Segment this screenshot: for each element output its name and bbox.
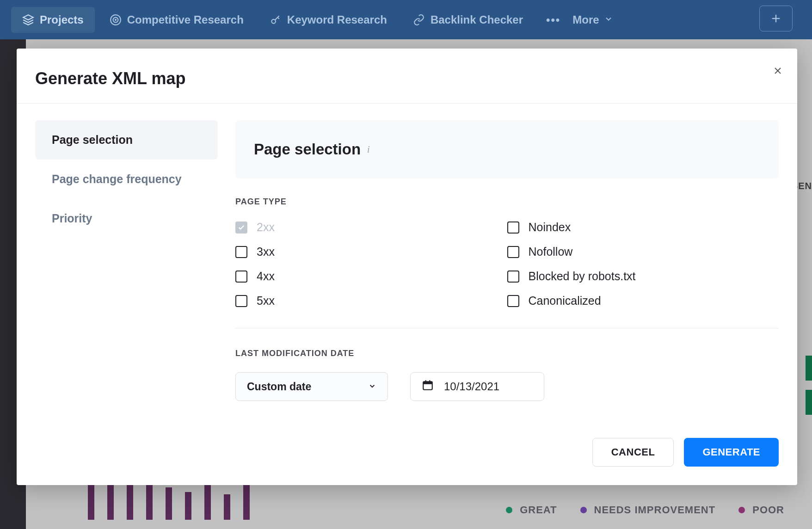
dots-icon: ••• bbox=[546, 13, 560, 26]
checkbox-icon bbox=[507, 246, 519, 258]
nav-keyword-research[interactable]: Keyword Research bbox=[258, 7, 398, 33]
svg-point-3 bbox=[115, 19, 116, 20]
tab-page-selection[interactable]: Page selection bbox=[35, 120, 218, 160]
svg-marker-0 bbox=[23, 15, 33, 20]
tab-priority[interactable]: Priority bbox=[35, 199, 218, 238]
svg-line-6 bbox=[277, 17, 279, 18]
info-icon[interactable]: i bbox=[367, 144, 370, 155]
close-icon[interactable] bbox=[769, 62, 786, 79]
date-input[interactable]: 10/13/2021 bbox=[410, 372, 544, 401]
key-icon bbox=[270, 14, 282, 26]
link-icon bbox=[413, 14, 425, 26]
generate-xml-modal: Generate XML map Page selection Page cha… bbox=[17, 49, 797, 485]
checkbox-canonicalized[interactable]: Canonicalized bbox=[507, 294, 779, 308]
checkbox-icon bbox=[235, 246, 247, 258]
nav-label: Keyword Research bbox=[287, 13, 387, 26]
tab-page-change-frequency[interactable]: Page change frequency bbox=[35, 160, 218, 199]
svg-rect-12 bbox=[423, 381, 432, 384]
side-tabs: Page selection Page change frequency Pri… bbox=[35, 120, 218, 401]
checkbox-3xx[interactable]: 3xx bbox=[235, 245, 507, 258]
cancel-button[interactable]: CANCEL bbox=[592, 438, 674, 467]
modal-title: Generate XML map bbox=[35, 69, 779, 88]
checkbox-icon bbox=[235, 295, 247, 307]
generate-button[interactable]: GENERATE bbox=[684, 438, 779, 467]
modal-header: Generate XML map bbox=[17, 49, 797, 104]
modal-footer: CANCEL GENERATE bbox=[17, 438, 797, 485]
modal-body: Page selection Page change frequency Pri… bbox=[17, 104, 797, 401]
layers-icon bbox=[22, 14, 34, 26]
checkbox-2xx: 2xx bbox=[235, 221, 507, 234]
top-nav: Projects Competitive Research Keyword Re… bbox=[0, 0, 812, 39]
checkbox-blocked-robots[interactable]: Blocked by robots.txt bbox=[507, 270, 779, 283]
date-mode-select[interactable]: Custom date bbox=[235, 372, 388, 401]
main-panel: Page selection i PAGE TYPE 2xx Noindex bbox=[235, 120, 779, 401]
target-icon bbox=[110, 14, 122, 26]
nav-more[interactable]: ••• More bbox=[538, 13, 621, 26]
nav-competitive-research[interactable]: Competitive Research bbox=[98, 7, 255, 33]
checkbox-4xx[interactable]: 4xx bbox=[235, 270, 507, 283]
chevron-down-icon bbox=[368, 381, 376, 393]
page-type-label: PAGE TYPE bbox=[235, 197, 779, 207]
panel-title: Page selection bbox=[254, 141, 361, 158]
nav-label: Competitive Research bbox=[127, 13, 244, 26]
panel-heading: Page selection i bbox=[235, 120, 779, 178]
chevron-down-icon bbox=[604, 13, 613, 26]
date-row: Custom date 10/13/2021 bbox=[235, 372, 779, 401]
checkbox-icon bbox=[507, 221, 519, 234]
add-button[interactable] bbox=[759, 6, 793, 31]
calendar-icon bbox=[422, 379, 434, 394]
checkbox-nofollow[interactable]: Nofollow bbox=[507, 245, 779, 258]
checkbox-icon bbox=[507, 271, 519, 283]
nav-backlink-checker[interactable]: Backlink Checker bbox=[402, 7, 534, 33]
checkbox-5xx[interactable]: 5xx bbox=[235, 294, 507, 308]
page-type-grid: 2xx Noindex 3xx Nofollow 4xx bbox=[235, 221, 779, 328]
nav-label: Backlink Checker bbox=[431, 13, 523, 26]
checkbox-icon bbox=[235, 221, 247, 234]
checkbox-icon bbox=[507, 295, 519, 307]
last-mod-label: LAST MODIFICATION DATE bbox=[235, 349, 779, 358]
nav-label: Projects bbox=[40, 13, 84, 26]
checkbox-icon bbox=[235, 271, 247, 283]
checkbox-noindex[interactable]: Noindex bbox=[507, 221, 779, 234]
nav-more-label: More bbox=[572, 13, 599, 26]
nav-projects[interactable]: Projects bbox=[11, 7, 95, 33]
